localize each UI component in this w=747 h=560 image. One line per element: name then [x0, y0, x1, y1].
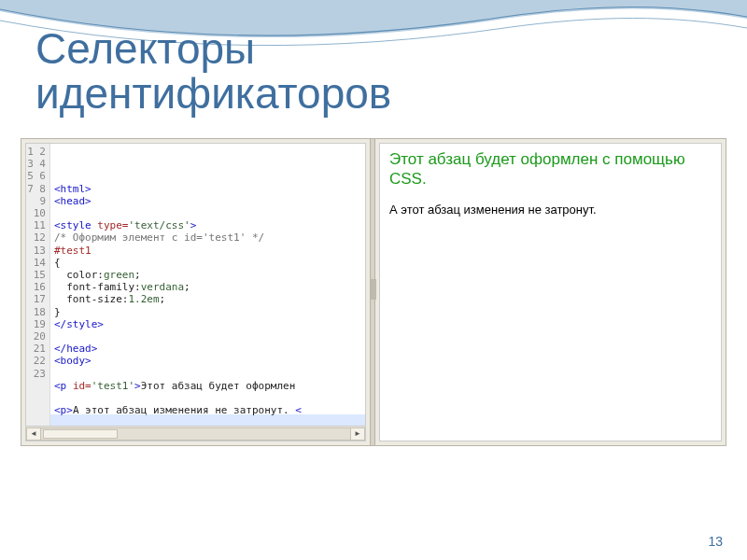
- scroll-left-button[interactable]: ◄: [26, 427, 41, 441]
- chevron-left-icon: ◄: [30, 429, 37, 438]
- code-content[interactable]: <html> <head> <style type='text/css'> /*…: [50, 144, 365, 427]
- preview-paragraph-plain: А этот абзац изменения не затронут.: [389, 203, 712, 217]
- code-text: <html> <head> <style type='text/css'> /*…: [54, 183, 361, 427]
- horizontal-scrollbar[interactable]: ◄ ►: [26, 426, 365, 441]
- slide-number: 13: [708, 534, 723, 549]
- pane-splitter[interactable]: [370, 139, 375, 445]
- page-title: Селекторы идентификаторов: [35, 26, 391, 117]
- line-number-gutter: 1 2 3 4 5 6 7 8 9 10 11 12 13 14 15 16 1…: [26, 144, 50, 427]
- code-editor[interactable]: 1 2 3 4 5 6 7 8 9 10 11 12 13 14 15 16 1…: [25, 143, 366, 441]
- editor-panel: 1 2 3 4 5 6 7 8 9 10 11 12 13 14 15 16 1…: [21, 138, 726, 446]
- preview-pane: Этот абзац будет оформлен с помощью CSS.…: [379, 143, 722, 441]
- scroll-right-button[interactable]: ►: [350, 427, 365, 441]
- scroll-track[interactable]: [41, 427, 350, 441]
- splitter-handle-icon[interactable]: [371, 279, 376, 300]
- chevron-right-icon: ►: [354, 429, 361, 438]
- scroll-thumb[interactable]: [43, 429, 118, 439]
- preview-paragraph-styled: Этот абзац будет оформлен с помощью CSS.: [389, 149, 712, 189]
- title-line-2: идентификаторов: [35, 71, 391, 116]
- title-line-1: Селекторы: [35, 26, 391, 71]
